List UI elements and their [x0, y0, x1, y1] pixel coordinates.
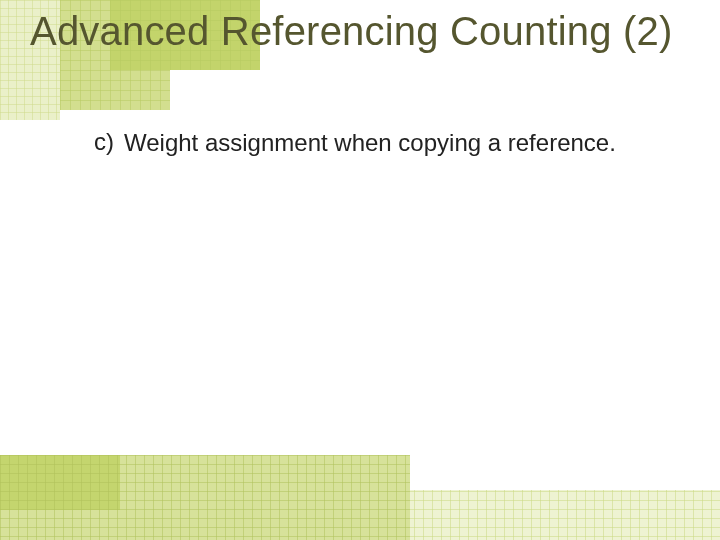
svg-rect-9: [0, 455, 410, 540]
body-area: c) Weight assignment when copying a refe…: [90, 128, 660, 158]
svg-rect-11: [0, 455, 120, 510]
svg-rect-8: [0, 455, 410, 540]
svg-rect-10: [0, 455, 120, 510]
slide-title: Advanced Referencing Counting (2): [30, 8, 700, 54]
list-marker: c): [90, 128, 124, 156]
svg-rect-7: [0, 490, 720, 540]
slide: Advanced Referencing Counting (2) c) Wei…: [0, 0, 720, 540]
decoration-grid-bottom: [0, 455, 720, 540]
list-text: Weight assignment when copying a referen…: [124, 128, 616, 158]
list-item: c) Weight assignment when copying a refe…: [90, 128, 660, 158]
svg-rect-6: [0, 490, 720, 540]
title-area: Advanced Referencing Counting (2): [30, 8, 700, 54]
